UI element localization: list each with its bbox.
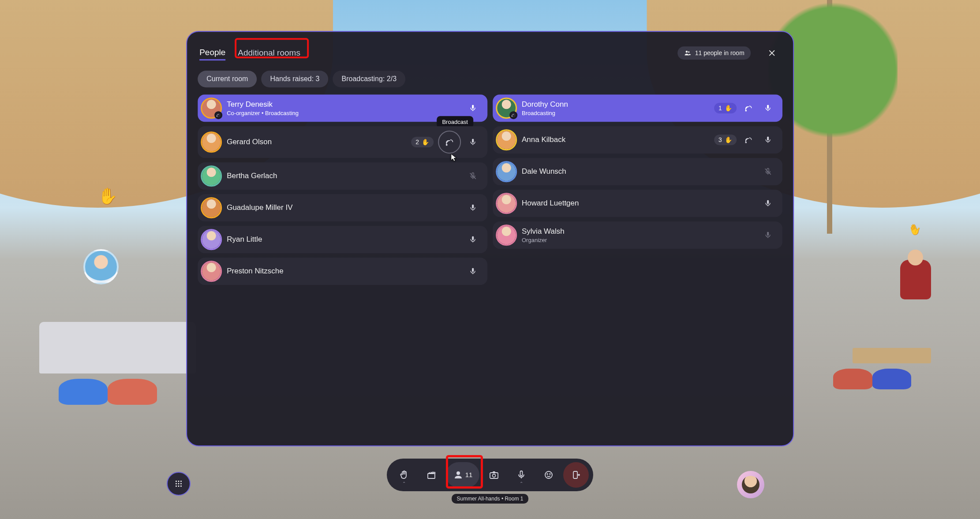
tab-people[interactable]: People (199, 46, 225, 60)
svg-rect-4 (472, 105, 474, 109)
svg-rect-33 (520, 471, 523, 476)
avatar (497, 163, 516, 181)
broadcast-badge-icon (509, 112, 517, 119)
svg-rect-8 (472, 205, 474, 209)
broadcast-badge-icon (214, 112, 222, 119)
mic-icon[interactable] (760, 133, 775, 148)
participant-row[interactable]: Dale Wunsch (493, 158, 782, 186)
mic-muted-icon[interactable] (760, 164, 775, 179)
participant-row[interactable]: Dorothy ConnBroadcasting1 ✋ (493, 95, 782, 122)
participant-name: Sylvia Walsh (522, 227, 754, 236)
background-pouf (872, 369, 912, 389)
room-count-label: 11 people in room (695, 50, 744, 57)
mic-icon[interactable] (760, 228, 775, 243)
participant-row[interactable]: Anna Kilback3 ✋ (493, 127, 782, 154)
avatar (497, 194, 516, 213)
participant-name: Howard Luettgen (522, 199, 754, 208)
participant-row[interactable]: Preston Nitzsche (198, 258, 487, 285)
broadcast-button[interactable] (438, 131, 461, 154)
mic-icon[interactable] (465, 101, 480, 116)
participant-row[interactable]: Gerard Olson2 ✋ (198, 127, 487, 158)
tab-additional-rooms[interactable]: Additional rooms (238, 47, 300, 60)
svg-rect-18 (767, 200, 769, 204)
participant-name: Preston Nitzsche (227, 267, 459, 276)
chip-hands-raised[interactable]: Hands raised: 3 (261, 71, 328, 88)
participant-row[interactable]: Bertha Gerlach (198, 163, 487, 190)
room-count-badge[interactable]: 11 people in room (677, 47, 751, 60)
svg-point-25 (180, 483, 182, 485)
svg-rect-31 (490, 473, 498, 478)
svg-rect-6 (472, 139, 474, 143)
mic-icon[interactable] (760, 101, 775, 116)
svg-point-32 (493, 474, 496, 477)
hand-raise-button[interactable]: ⌃ (391, 462, 417, 488)
svg-point-3 (217, 116, 217, 117)
svg-point-26 (176, 485, 177, 487)
emoji-button[interactable] (536, 462, 561, 488)
camera-icon (489, 470, 499, 480)
participant-row[interactable]: Ryan Little (198, 226, 487, 254)
leave-icon (571, 470, 581, 480)
people-icon (684, 49, 692, 57)
raised-hand-icon: ✋ (906, 221, 923, 238)
hand-icon (399, 470, 409, 480)
avatar (497, 131, 516, 149)
participant-name: Gerard Olson (227, 138, 405, 147)
svg-point-13 (745, 110, 746, 111)
hand-icon: ✋ (725, 137, 732, 144)
camera-button[interactable] (481, 462, 507, 488)
grid-icon (174, 479, 183, 489)
participant-row[interactable]: Sylvia WalshOrganizer (493, 222, 782, 249)
background-bench (853, 348, 931, 363)
self-avatar[interactable] (737, 471, 764, 498)
leave-button[interactable] (563, 462, 589, 488)
broadcast-icon[interactable] (741, 101, 756, 116)
mic-muted-icon[interactable] (465, 169, 480, 184)
chip-current-room[interactable]: Current room (198, 71, 257, 88)
background-pouf (59, 379, 108, 405)
participant-row[interactable]: Guadalupe Miller IV (198, 194, 487, 222)
svg-point-1 (688, 52, 689, 53)
clapper-icon (426, 470, 437, 480)
svg-point-20 (176, 481, 177, 482)
avatar (202, 262, 221, 281)
chip-broadcasting[interactable]: Broadcasting: 2/3 (333, 71, 406, 88)
svg-point-0 (685, 51, 688, 53)
participant-name: Guadalupe Miller IV (227, 204, 459, 213)
mic-icon[interactable] (465, 264, 480, 279)
broadcast-icon[interactable] (741, 133, 756, 148)
participant-subtitle: Organizer (522, 237, 754, 243)
background-pouf (833, 369, 872, 389)
participant-row[interactable]: Terry DenesikCo-organizer • Broadcasting… (198, 95, 487, 122)
avatar (202, 167, 221, 186)
mic-icon (516, 470, 527, 480)
people-button[interactable]: 11 (446, 462, 479, 488)
world-avatar[interactable] (900, 260, 931, 299)
svg-point-5 (446, 145, 447, 146)
svg-point-24 (178, 483, 179, 485)
mic-icon[interactable] (465, 232, 480, 247)
people-panel: People Additional rooms 11 people in roo… (186, 31, 794, 447)
participant-name: Terry Denesik (227, 100, 459, 109)
mic-icon[interactable] (465, 201, 480, 216)
mic-icon[interactable] (465, 135, 480, 150)
world-avatar[interactable] (83, 249, 119, 284)
participant-subtitle: Co-organizer • Broadcasting (227, 110, 459, 116)
avatar (497, 99, 516, 118)
participant-row[interactable]: Howard Luettgen (493, 190, 782, 217)
svg-rect-29 (428, 474, 435, 478)
avatar (202, 99, 221, 118)
svg-point-12 (512, 116, 512, 117)
svg-point-30 (456, 471, 460, 475)
svg-point-15 (745, 142, 746, 143)
clapper-button[interactable] (419, 462, 444, 488)
hand-order-pill: 3 ✋ (714, 135, 737, 146)
participant-name: Ryan Little (227, 235, 459, 244)
participant-name: Anna Kilback (522, 136, 708, 145)
mic-button[interactable]: ⌃ (509, 462, 534, 488)
close-icon (767, 49, 776, 58)
avatar (202, 133, 221, 152)
mic-icon[interactable] (760, 196, 775, 211)
apps-grid-button[interactable] (167, 472, 191, 496)
close-button[interactable] (763, 45, 781, 62)
